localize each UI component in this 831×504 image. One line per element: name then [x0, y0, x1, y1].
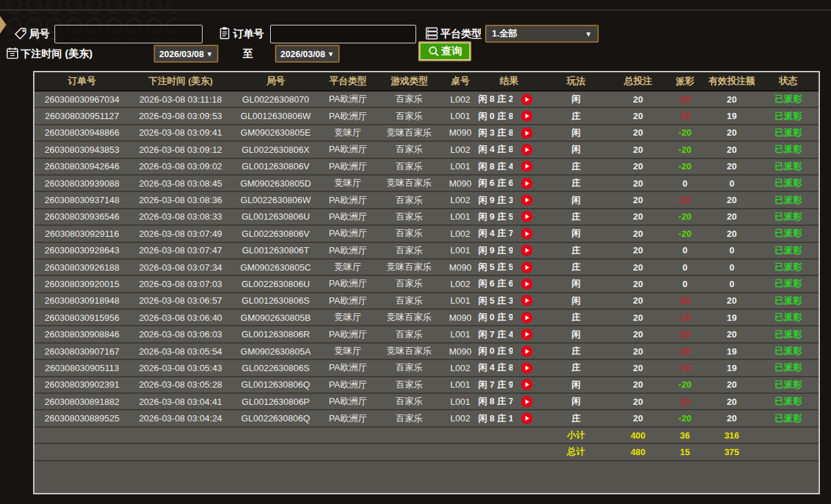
- play-icon[interactable]: [521, 110, 533, 122]
- cell-play: 庄: [540, 259, 612, 275]
- play-icon[interactable]: [521, 211, 533, 222]
- play-icon[interactable]: [521, 178, 533, 189]
- play-icon[interactable]: [521, 278, 533, 290]
- play-icon[interactable]: [521, 412, 533, 424]
- cell-payout: 20: [664, 326, 706, 342]
- table-row: 2603080309488662026-03-08 03:09:41GM0902…: [34, 125, 819, 141]
- chevron-down-icon: ▼: [206, 50, 213, 58]
- round-no-label: 局号: [29, 24, 50, 43]
- summary-spacer: [34, 443, 540, 460]
- play-icon[interactable]: [521, 346, 533, 357]
- play-icon[interactable]: [521, 244, 533, 256]
- cell-valid-bet: 0: [706, 275, 758, 292]
- cell-game: 竞咪百家乐: [376, 343, 442, 359]
- cell-status: 已派彩: [758, 107, 819, 124]
- cell-payout: -20: [664, 209, 706, 225]
- cell-video: [513, 175, 540, 191]
- cell-valid-bet: 20: [706, 141, 758, 158]
- summary-status-empty: [758, 443, 819, 460]
- cell-status: 已派彩: [758, 377, 819, 393]
- cell-valid-bet: 20: [706, 125, 758, 141]
- cell-status: 已派彩: [758, 242, 819, 259]
- cell-order: 260308030889525: [34, 410, 130, 426]
- cell-platform: PA欧洲厅: [320, 377, 376, 393]
- table-row: 2603080309023912026-03-08 03:05:28GL0012…: [34, 377, 819, 393]
- cell-payout: -20: [664, 225, 706, 242]
- play-icon[interactable]: [521, 362, 533, 374]
- cell-game: 百家乐: [376, 191, 442, 208]
- cell-play: 庄: [540, 410, 612, 426]
- play-icon[interactable]: [521, 228, 533, 240]
- platform-type-select[interactable]: 1.全部 ▼: [485, 25, 599, 43]
- summary-label: 总计: [540, 443, 612, 460]
- cell-result: 闲 0 庄 8: [478, 107, 513, 124]
- cell-status: 已派彩: [758, 91, 819, 107]
- play-icon[interactable]: [521, 396, 533, 408]
- cell-game: 百家乐: [376, 141, 442, 158]
- summary-valid-bet: 375: [706, 443, 758, 460]
- cell-payout: 19: [664, 343, 706, 359]
- cell-table-no: L001: [442, 242, 478, 259]
- play-icon[interactable]: [521, 328, 533, 340]
- cell-total-bet: 20: [612, 393, 664, 410]
- cell-status: 已派彩: [758, 209, 819, 225]
- table-row: 2603080309365462026-03-08 03:08:33GL0012…: [34, 209, 819, 225]
- play-icon[interactable]: [521, 295, 533, 306]
- play-icon[interactable]: [521, 94, 533, 105]
- cell-result: 闲 8 庄 2: [478, 91, 513, 107]
- table-row: 2603080309200152026-03-08 03:07:03GL0022…: [34, 275, 819, 292]
- cell-play: 庄: [540, 359, 612, 376]
- cell-time: 2026-03-08 03:06:40: [130, 309, 232, 326]
- cell-total-bet: 20: [612, 225, 664, 242]
- play-icon[interactable]: [521, 144, 533, 156]
- column-header-table-no: 桌号: [442, 72, 478, 91]
- cell-time: 2026-03-08 03:09:41: [130, 125, 232, 141]
- clipboard-icon: [218, 26, 232, 40]
- cell-total-bet: 20: [612, 343, 664, 359]
- round-no-input[interactable]: [54, 25, 203, 43]
- play-icon[interactable]: [521, 262, 533, 273]
- filter-bar: 局号 订单号 平台类型 1.全部 ▼ 下注时间 (美东) 2026/03/08 …: [0, 10, 831, 72]
- cell-status: 已派彩: [758, 326, 819, 342]
- cell-order: 260308030939088: [34, 175, 130, 191]
- table-row: 2603080309071672026-03-08 03:05:54GM0902…: [34, 343, 819, 359]
- cell-total-bet: 20: [612, 259, 664, 275]
- cell-play: 闲: [540, 377, 612, 393]
- date-to-picker[interactable]: 2026/03/08 ▼: [275, 45, 340, 63]
- summary-spacer: [34, 427, 540, 443]
- query-button[interactable]: 查询: [418, 41, 471, 61]
- cell-order: 260308030943853: [34, 141, 130, 158]
- column-header-total-bet: 总投注: [612, 72, 664, 91]
- cell-time: 2026-03-08 03:05:54: [130, 343, 232, 359]
- cell-play: 闲: [540, 91, 612, 107]
- table-row: 2603080309670342026-03-08 03:11:18GL0022…: [34, 91, 819, 107]
- cell-result: 闲 7 庄 9: [478, 377, 513, 393]
- cell-order: 260308030908846: [34, 326, 130, 342]
- date-from-picker[interactable]: 2026/03/08 ▼: [154, 45, 218, 63]
- cell-valid-bet: 20: [706, 158, 758, 175]
- cell-platform: PA欧洲厅: [320, 242, 376, 259]
- play-icon[interactable]: [521, 194, 533, 206]
- order-no-input[interactable]: [270, 25, 416, 43]
- summary-status-empty: [758, 427, 819, 443]
- cell-total-bet: 20: [612, 91, 664, 107]
- cell-play: 闲: [540, 326, 612, 342]
- cell-total-bet: 20: [612, 175, 664, 191]
- cell-play: 庄: [540, 175, 612, 191]
- play-icon[interactable]: [521, 312, 533, 324]
- cell-play: 闲: [540, 191, 612, 208]
- cell-round: GL0022630806U: [232, 275, 320, 292]
- summary-valid-bet: 316: [706, 427, 758, 443]
- column-header-game: 游戏类型: [376, 72, 442, 91]
- cell-payout: 0: [664, 275, 706, 292]
- cell-payout: 20: [664, 91, 706, 107]
- cell-round: GL0012630806R: [232, 326, 320, 342]
- cell-play: 闲: [540, 141, 612, 158]
- play-icon[interactable]: [521, 379, 533, 390]
- play-icon[interactable]: [521, 160, 533, 172]
- cell-payout: -20: [664, 410, 706, 426]
- cell-game: 百家乐: [376, 359, 442, 376]
- cell-result: 闲 4 庄 8: [478, 359, 513, 376]
- cell-platform: PA欧洲厅: [320, 158, 376, 175]
- play-icon[interactable]: [521, 127, 533, 139]
